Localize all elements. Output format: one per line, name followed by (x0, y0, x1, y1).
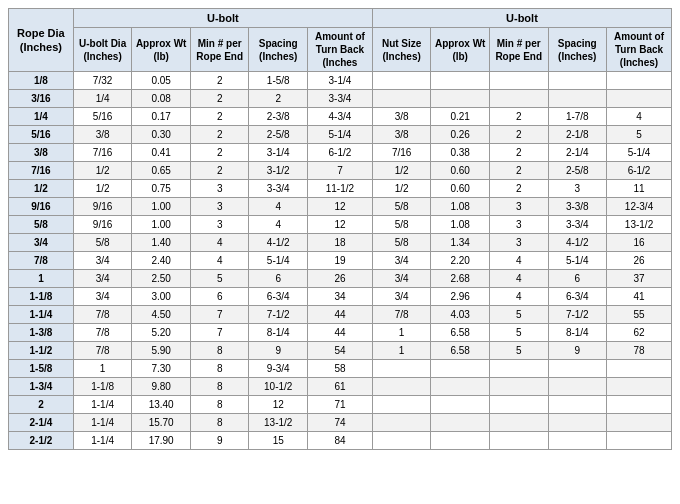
table-cell: 3-3/4 (249, 180, 308, 198)
table-cell: 3/8 (372, 126, 431, 144)
table-cell: 2.40 (132, 252, 191, 270)
table-cell: 2 (190, 90, 249, 108)
table-cell: 44 (308, 324, 373, 342)
spacing2-header: Spacing (Inches) (548, 28, 607, 72)
table-cell: 84 (308, 432, 373, 450)
table-cell: 3 (548, 180, 607, 198)
table-cell: 12 (308, 198, 373, 216)
table-cell: 4-1/2 (249, 234, 308, 252)
table-cell: 19 (308, 252, 373, 270)
table-cell: 78 (607, 342, 672, 360)
table-cell: 6-1/2 (308, 144, 373, 162)
amount1-header: Amount of Turn Back (Inches (308, 28, 373, 72)
table-cell: 62 (607, 324, 672, 342)
table-cell: 3-3/4 (548, 216, 607, 234)
table-row: 5/89/161.0034125/81.0833-3/413-1/2 (9, 216, 672, 234)
table-cell (489, 396, 548, 414)
table-cell: 5.90 (132, 342, 191, 360)
table-row: 1/45/160.1722-3/84-3/43/80.2121-7/84 (9, 108, 672, 126)
table-row: 2-1/21-1/417.9091584 (9, 432, 672, 450)
rope-dia-header: Rope Dia (Inches) (9, 9, 74, 72)
table-cell: 9/16 (73, 198, 132, 216)
table-cell: 1/2 (372, 180, 431, 198)
table-row: 2-1/41-1/415.70813-1/274 (9, 414, 672, 432)
table-cell: 1/4 (9, 108, 74, 126)
table-cell: 5/8 (73, 234, 132, 252)
table-cell: 3/4 (73, 270, 132, 288)
table-cell: 1 (9, 270, 74, 288)
table-cell: 1 (372, 342, 431, 360)
table-cell: 7/16 (9, 162, 74, 180)
table-cell (548, 432, 607, 450)
table-cell: 6.58 (431, 324, 490, 342)
table-cell: 3-3/8 (548, 198, 607, 216)
table-cell (548, 378, 607, 396)
spacing1-header: Spacing (Inches) (249, 28, 308, 72)
table-cell: 34 (308, 288, 373, 306)
table-cell: 2.50 (132, 270, 191, 288)
table-cell: 0.21 (431, 108, 490, 126)
table-cell: 1-3/8 (9, 324, 74, 342)
table-row: 5/163/80.3022-5/85-1/43/80.2622-1/85 (9, 126, 672, 144)
table-cell (431, 360, 490, 378)
table-cell: 5 (489, 306, 548, 324)
table-cell: 5 (190, 270, 249, 288)
table-cell: 54 (308, 342, 373, 360)
table-cell: 7-1/2 (249, 306, 308, 324)
table-cell: 3/16 (9, 90, 74, 108)
table-cell: 2-1/4 (548, 144, 607, 162)
table-cell: 3 (489, 198, 548, 216)
table-row: 7/83/42.4045-1/4193/42.2045-1/426 (9, 252, 672, 270)
table-cell: 0.17 (132, 108, 191, 126)
table-cell: 3 (190, 216, 249, 234)
table-cell: 26 (607, 252, 672, 270)
table-cell: 1-5/8 (249, 72, 308, 90)
table-cell: 5/16 (9, 126, 74, 144)
table-cell (548, 414, 607, 432)
table-cell: 7 (190, 306, 249, 324)
table-cell: 2.20 (431, 252, 490, 270)
bolt-table: Rope Dia (Inches) U-bolt U-bolt U-bolt D… (8, 8, 672, 450)
table-cell: 71 (308, 396, 373, 414)
table-row: 21-1/413.4081271 (9, 396, 672, 414)
table-cell: 5-1/4 (607, 144, 672, 162)
table-cell: 26 (308, 270, 373, 288)
table-cell: 6-3/4 (249, 288, 308, 306)
table-cell: 1.40 (132, 234, 191, 252)
table-cell: 2-5/8 (548, 162, 607, 180)
table-row: 9/169/161.0034125/81.0833-3/812-3/4 (9, 198, 672, 216)
table-cell: 1-1/4 (9, 306, 74, 324)
table-cell: 5/8 (372, 216, 431, 234)
table-cell: 3/8 (73, 126, 132, 144)
table-cell: 2 (489, 162, 548, 180)
table-cell (548, 90, 607, 108)
table-cell: 15.70 (132, 414, 191, 432)
table-cell: 5/8 (372, 198, 431, 216)
table-cell: 58 (308, 360, 373, 378)
table-cell: 7/8 (73, 324, 132, 342)
table-cell (489, 360, 548, 378)
table-row: 1-3/41-1/89.80810-1/261 (9, 378, 672, 396)
table-cell: 2-5/8 (249, 126, 308, 144)
table-cell: 5-1/4 (308, 126, 373, 144)
table-cell: 9/16 (9, 198, 74, 216)
table-cell: 13.40 (132, 396, 191, 414)
table-row: 1-1/27/85.90895416.585978 (9, 342, 672, 360)
table-cell: 0.30 (132, 126, 191, 144)
table-cell: 41 (607, 288, 672, 306)
table-cell: 5/16 (73, 108, 132, 126)
table-cell: 4.03 (431, 306, 490, 324)
table-cell: 3 (190, 180, 249, 198)
table-cell: 8 (190, 342, 249, 360)
table-cell: 1/2 (372, 162, 431, 180)
table-cell (607, 90, 672, 108)
table-cell: 3 (489, 216, 548, 234)
table-cell: 10-1/2 (249, 378, 308, 396)
table-cell: 3/4 (9, 234, 74, 252)
table-cell: 1/2 (9, 180, 74, 198)
table-cell: 1.00 (132, 216, 191, 234)
table-cell (431, 72, 490, 90)
table-cell: 2 (9, 396, 74, 414)
table-cell: 8-1/4 (548, 324, 607, 342)
table-cell: 2-1/8 (548, 126, 607, 144)
